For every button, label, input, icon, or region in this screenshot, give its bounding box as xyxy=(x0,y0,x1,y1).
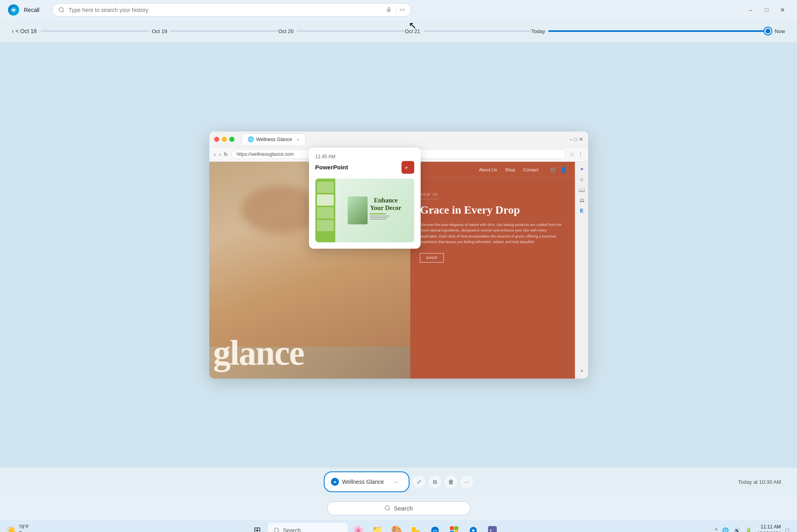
nav-about-us[interactable]: About Us xyxy=(479,167,497,172)
bottom-tabs: Wellness Glance ··· ⤢ ⧉ 🗑 ··· xyxy=(324,471,473,492)
bookmark-icon[interactable]: ☆ xyxy=(569,151,575,157)
nav-contact[interactable]: Contact xyxy=(523,167,539,172)
svg-point-14 xyxy=(431,526,439,532)
browser-minimize-btn[interactable] xyxy=(222,137,227,142)
browser-maximize-btn[interactable] xyxy=(229,137,234,142)
svg-rect-12 xyxy=(412,527,415,530)
taskbar-search[interactable]: Search xyxy=(268,523,348,532)
main-area: 🌐 Wellness Glance × – □ ✕ ‹ › ↻ https://… xyxy=(0,42,797,467)
tray-volume-icon[interactable]: 🔊 xyxy=(732,526,742,532)
svg-text:T: T xyxy=(489,528,492,532)
taskbar-app-explorer[interactable]: 📁 xyxy=(369,522,386,532)
screenshot-btn[interactable]: ⤢ xyxy=(413,475,425,488)
timeline-now-label[interactable]: Now xyxy=(775,28,785,34)
svg-rect-13 xyxy=(412,530,420,532)
taskbar-app-teams[interactable]: T xyxy=(484,522,501,532)
browser-refresh-btn[interactable]: ↻ xyxy=(224,151,228,157)
sidebar-edge-bar-icon[interactable]: E xyxy=(577,206,586,215)
browser-tab-label: Wellness Glance xyxy=(256,137,292,142)
title-bar-actions: – □ ✕ xyxy=(744,4,789,16)
cart-icon[interactable]: 🛒 xyxy=(550,167,557,173)
microphone-icon[interactable] xyxy=(386,7,392,13)
website-hero-title: Grace in Every Drop xyxy=(420,203,565,217)
weather-condition: Sunny xyxy=(19,530,32,532)
tray-chevron-icon[interactable]: ^ xyxy=(713,526,719,532)
maximize-button[interactable]: □ xyxy=(760,4,773,16)
tray-notifications-icon[interactable]: □ xyxy=(784,526,791,532)
pp-slide-thumb-2 xyxy=(317,194,334,206)
svg-line-9 xyxy=(389,509,390,510)
nav-shop[interactable]: Shop xyxy=(505,167,516,172)
taskbar-right: ^ 🌐 🔊 🔋 11:11 AM 10/22/2024 □ xyxy=(713,524,791,532)
popup-app-name: PowerPoint xyxy=(315,164,348,171)
sidebar-favorites-icon[interactable]: ☆ xyxy=(577,175,586,184)
taskbar-app-edge[interactable] xyxy=(427,522,443,532)
timeline-bar: ‹ < Oct 18 Oct 19 Oct 20 ↖ Oct 21 Today … xyxy=(0,20,797,42)
svg-point-1 xyxy=(59,8,63,12)
bottom-tab-actions: ··· xyxy=(390,475,402,488)
pp-main-slide: Enhance Your Decor xyxy=(344,179,405,242)
timeline-oct20[interactable]: Oct 20 xyxy=(278,28,293,34)
timeline-today[interactable]: Today xyxy=(531,28,545,34)
svg-line-2 xyxy=(63,11,64,12)
close-button[interactable]: ✕ xyxy=(776,4,789,16)
copy-btn[interactable]: ⧉ xyxy=(429,475,441,488)
timeline-line-oct18 xyxy=(41,30,149,32)
taskbar-app-files[interactable] xyxy=(407,522,424,532)
taskbar-app-store[interactable] xyxy=(446,522,462,532)
pp-slide-thumb-4 xyxy=(317,220,334,231)
weather-widget[interactable]: ☀️ 78°F Sunny xyxy=(6,524,32,532)
browser-back-btn[interactable]: ‹ xyxy=(214,151,216,157)
timeline-oct19[interactable]: Oct 19 xyxy=(152,28,167,34)
taskbar-search-label: Search xyxy=(283,527,301,532)
user-icon[interactable]: 👤 xyxy=(560,167,567,173)
search-bar[interactable]: <> xyxy=(52,3,411,17)
minimize-button[interactable]: – xyxy=(744,4,757,16)
browser-window-close[interactable]: ✕ xyxy=(579,136,583,142)
taskbar-left: ☀️ 78°F Sunny xyxy=(6,524,36,532)
taskbar-search-icon xyxy=(274,527,280,532)
browser-window-minimize[interactable]: – xyxy=(569,136,572,142)
bottom-tab-label: Wellness Glance xyxy=(342,479,384,485)
code-icon[interactable]: <> xyxy=(396,7,405,13)
bottom-more-dots-btn[interactable]: ··· xyxy=(390,475,402,488)
popup-app-row: PowerPoint P xyxy=(315,161,414,174)
website-right-panel: About Us Shop Contact 🛒 👤 NEW IN Grace i… xyxy=(410,162,575,379)
browser-tab-close[interactable]: × xyxy=(297,137,299,142)
browser-controls xyxy=(214,137,234,142)
timeline-dot[interactable] xyxy=(764,27,771,35)
bottom-tab-wellness[interactable]: Wellness Glance ··· xyxy=(324,471,409,492)
sidebar-reading-icon[interactable]: 📖 xyxy=(577,186,586,194)
search-bottom-pill[interactable]: Search xyxy=(327,501,470,515)
pp-decor-title-line1: Enhance xyxy=(370,196,401,204)
website-shop-button[interactable]: SHOP xyxy=(420,253,444,263)
popup-app-icon: P xyxy=(401,161,414,174)
tray-battery-icon[interactable]: 🔋 xyxy=(744,526,754,532)
history-search-input[interactable] xyxy=(69,7,382,13)
start-button[interactable]: ⊞ xyxy=(249,522,266,532)
tray-network-icon[interactable]: 🌐 xyxy=(720,526,730,532)
svg-rect-15 xyxy=(450,526,454,530)
weather-info: 78°F Sunny xyxy=(19,524,32,532)
weather-sun-icon: ☀️ xyxy=(6,526,16,532)
sidebar-copilot-icon[interactable]: ✦ xyxy=(577,165,586,174)
popup-preview[interactable]: Enhance Your Decor xyxy=(315,179,414,242)
taskbar-app-flower[interactable]: 🌸 xyxy=(350,522,367,532)
extensions-icon[interactable]: ⋮ xyxy=(578,151,583,157)
browser-close-btn[interactable] xyxy=(214,137,219,142)
delete-btn[interactable]: 🗑 xyxy=(445,475,457,488)
taskbar-app-paint[interactable]: 🎨 xyxy=(388,522,405,532)
sidebar-collections-icon[interactable]: 🗂 xyxy=(577,196,586,205)
more-btn[interactable]: ··· xyxy=(460,475,473,488)
timeline-back-button[interactable]: ‹ < Oct 18 xyxy=(12,28,37,34)
taskbar-app-recall[interactable] xyxy=(465,522,482,532)
sidebar-add-icon[interactable]: + xyxy=(577,367,586,375)
clock-display[interactable]: 11:11 AM 10/22/2024 xyxy=(757,524,781,532)
timeline-oct21[interactable]: Oct 21 xyxy=(405,28,420,34)
clock-date: 10/22/2024 xyxy=(757,530,781,532)
browser-tab[interactable]: 🌐 Wellness Glance × xyxy=(242,133,305,145)
browser-forward-btn[interactable]: › xyxy=(219,151,220,157)
search-bottom-bar: Search xyxy=(0,496,797,520)
website-nav-icons: 🛒 👤 xyxy=(550,167,567,173)
browser-window-maximize[interactable]: □ xyxy=(574,136,577,142)
